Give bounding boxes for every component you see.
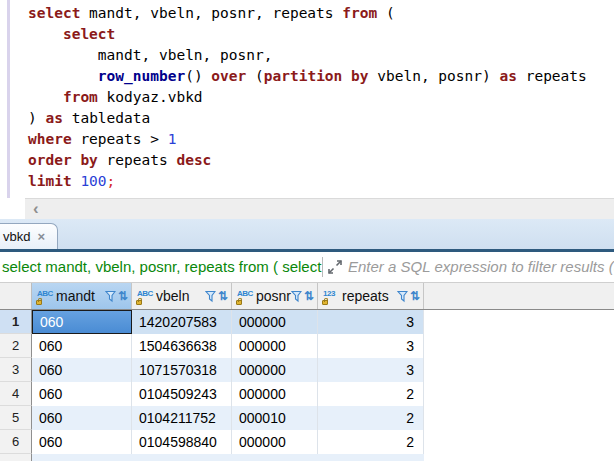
column-header-posnr[interactable]: ABCposnr⇅: [232, 283, 318, 309]
cell-posnr[interactable]: 000000: [232, 358, 318, 382]
text-type-icon: ABC: [36, 289, 53, 303]
row-number[interactable]: 3: [0, 358, 32, 382]
row-filler: [424, 358, 614, 382]
header-filler: [424, 283, 614, 309]
code-line[interactable]: row_number() over (partition by vbeln, p…: [28, 66, 587, 87]
table-row: 106014202075830000003: [0, 310, 614, 334]
results-filter-bar: select mandt, vbeln, posnr, repeats from…: [0, 252, 614, 283]
sort-icon[interactable]: ⇅: [410, 289, 420, 303]
row-number[interactable]: 2: [0, 334, 32, 358]
numeric-type-icon: 123: [322, 289, 339, 303]
filter-query-preview: select mandt, vbeln, posnr, repeats from…: [2, 252, 321, 282]
cell-mandt[interactable]: 060: [32, 406, 132, 430]
grid-header-row: ABCmandt⇅ABCvbeln⇅ABCposnr⇅123repeats⇅: [0, 283, 614, 310]
cell-mandt[interactable]: 060: [32, 430, 132, 454]
row-filler: [424, 382, 614, 406]
row-filler: [424, 406, 614, 430]
column-label: repeats: [342, 288, 389, 304]
cell-repeats[interactable]: 2: [318, 382, 424, 406]
sort-icon[interactable]: ⇅: [118, 289, 128, 303]
results-tab-bar: vbkd ×: [0, 219, 614, 252]
column-label: posnr: [256, 288, 291, 304]
lock-icon: [236, 300, 242, 305]
dbeaver-sql-window: select mandt, vbeln, posnr, repeats from…: [0, 0, 614, 461]
cell-mandt[interactable]: 060: [32, 310, 132, 334]
row-filler: [424, 430, 614, 454]
text-type-icon: ABC: [136, 289, 153, 303]
code-line[interactable]: select mandt, vbeln, posnr, repeats from…: [28, 3, 587, 24]
sql-code[interactable]: select mandt, vbeln, posnr, repeats from…: [28, 3, 587, 192]
results-grid: ABCmandt⇅ABCvbeln⇅ABCposnr⇅123repeats⇅ 1…: [0, 283, 614, 461]
filter-input-placeholder[interactable]: Enter a SQL expression to filter results…: [348, 252, 614, 282]
filter-funnel-icon[interactable]: [291, 290, 302, 303]
editor-gutter-change-bar: [7, 0, 10, 198]
expand-filter-icon[interactable]: [327, 259, 343, 275]
cell-posnr[interactable]: 000010: [232, 406, 318, 430]
table-row: 406001045092430000002: [0, 382, 614, 406]
code-line[interactable]: select: [28, 24, 587, 45]
cell-vbeln[interactable]: 1504636638: [132, 334, 232, 358]
cell-vbeln[interactable]: 0104211752: [132, 406, 232, 430]
table-row: 506001042117520000102: [0, 406, 614, 430]
scroll-left-arrow-icon[interactable]: ‹: [25, 200, 39, 218]
table-row: 206015046366380000003: [0, 334, 614, 358]
row-number[interactable]: 6: [0, 430, 32, 454]
filter-separator: [322, 257, 323, 277]
column-header-vbeln[interactable]: ABCvbeln⇅: [132, 283, 232, 309]
row-number[interactable]: 4: [0, 382, 32, 406]
sql-editor[interactable]: select mandt, vbeln, posnr, repeats from…: [0, 0, 614, 198]
code-line[interactable]: ) as tabledata: [28, 108, 587, 129]
column-label: mandt: [56, 288, 95, 304]
lock-icon: [322, 300, 328, 305]
results-tab-vbkd[interactable]: vbkd ×: [0, 223, 58, 249]
cell-repeats[interactable]: 2: [318, 430, 424, 454]
code-line[interactable]: limit 100;: [28, 171, 587, 192]
row-number-header[interactable]: [0, 283, 32, 309]
code-line[interactable]: order by repeats desc: [28, 150, 587, 171]
cell-repeats[interactable]: 3: [318, 358, 424, 382]
sort-icon[interactable]: ⇅: [218, 289, 228, 303]
column-header-repeats[interactable]: 123repeats⇅: [318, 283, 424, 309]
cell-repeats[interactable]: 3: [318, 310, 424, 334]
text-type-icon: ABC: [236, 289, 253, 303]
table-row: 606001045988400000002: [0, 430, 614, 454]
lock-icon: [136, 300, 142, 305]
row-number[interactable]: 1: [0, 310, 32, 334]
code-line[interactable]: where repeats > 1: [28, 129, 587, 150]
sort-icon[interactable]: ⇅: [304, 289, 314, 303]
lock-icon: [36, 300, 42, 305]
partial-next-row: [0, 454, 614, 461]
row-filler: [424, 310, 614, 334]
cell-vbeln[interactable]: 1071570318: [132, 358, 232, 382]
column-header-mandt[interactable]: ABCmandt⇅: [32, 283, 132, 309]
filter-funnel-icon[interactable]: [205, 290, 216, 303]
tab-label: vbkd: [3, 229, 30, 244]
row-number[interactable]: 5: [0, 406, 32, 430]
cell-posnr[interactable]: 000000: [232, 310, 318, 334]
row-filler: [424, 334, 614, 358]
cell-vbeln[interactable]: 1420207583: [132, 310, 232, 334]
cell-repeats[interactable]: 3: [318, 334, 424, 358]
cell-mandt[interactable]: 060: [32, 358, 132, 382]
cell-posnr[interactable]: 000000: [232, 334, 318, 358]
grid-body: 1060142020758300000032060150463663800000…: [0, 310, 614, 454]
tab-close-icon[interactable]: ×: [37, 230, 45, 243]
code-line[interactable]: from kodyaz.vbkd: [28, 87, 587, 108]
column-label: vbeln: [156, 288, 189, 304]
code-line[interactable]: mandt, vbeln, posnr,: [28, 45, 587, 66]
filter-funnel-icon[interactable]: [397, 290, 408, 303]
cell-posnr[interactable]: 000000: [232, 382, 318, 406]
cell-repeats[interactable]: 2: [318, 406, 424, 430]
cell-vbeln[interactable]: 0104598840: [132, 430, 232, 454]
cell-mandt[interactable]: 060: [32, 382, 132, 406]
editor-horizontal-scrollbar[interactable]: ‹: [25, 198, 614, 219]
cell-vbeln[interactable]: 0104509243: [132, 382, 232, 406]
table-row: 306010715703180000003: [0, 358, 614, 382]
cell-mandt[interactable]: 060: [32, 334, 132, 358]
filter-funnel-icon[interactable]: [105, 290, 116, 303]
cell-posnr[interactable]: 000000: [232, 430, 318, 454]
